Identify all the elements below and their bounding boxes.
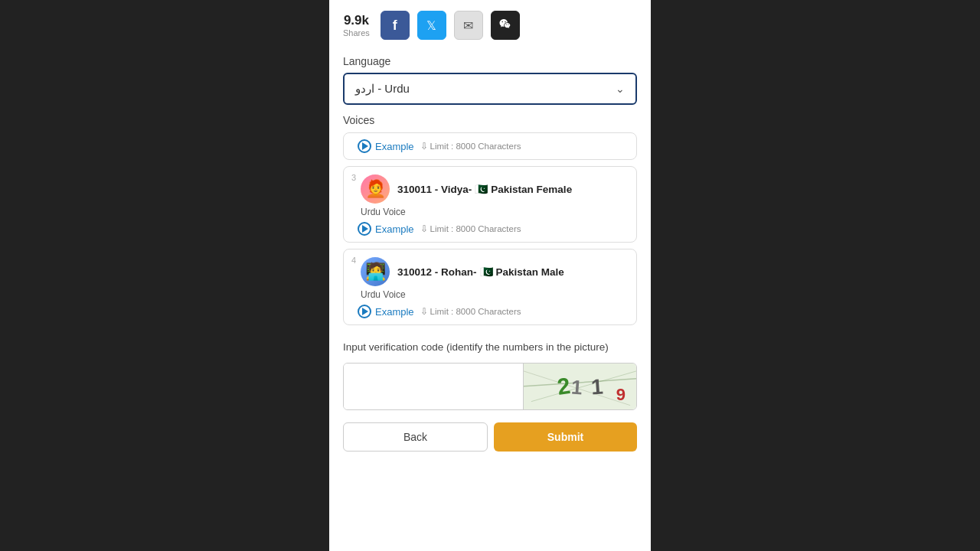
- voice-footer-partial: Example ⇩ Limit : 8000 Characters: [353, 139, 627, 153]
- wechat-share-button[interactable]: [491, 11, 520, 40]
- facebook-share-button[interactable]: f: [381, 11, 410, 40]
- facebook-icon: f: [393, 18, 397, 34]
- voice-id-vidya: 310011 - Vidya-: [397, 184, 472, 195]
- voice-name-vidya: 310011 - Vidya- 🇵🇰 Pakistan Female: [397, 183, 572, 195]
- voice-footer-rohan: Example ⇩ Limit : 8000 Characters: [353, 305, 627, 318]
- play-triangle-rohan: [362, 308, 368, 315]
- voice-country-vidya: Pakistan Female: [491, 184, 572, 195]
- email-icon: ✉: [463, 18, 473, 33]
- voice-header-vidya: 🧑‍🦰 310011 - Vidya- 🇵🇰 Pakistan Female: [353, 174, 627, 204]
- limit-badge-partial: ⇩ Limit : 8000 Characters: [420, 141, 521, 152]
- social-share-bar: 9.9k Shares f 𝕏 ✉: [329, 0, 651, 47]
- verification-input-row: 2 1 1 9: [343, 363, 637, 410]
- captcha-digit-9: 9: [616, 385, 626, 405]
- captcha-digit-1b: 1: [590, 374, 604, 399]
- shares-number: 9.9k: [344, 13, 369, 28]
- captcha-digit-2: 2: [555, 373, 571, 400]
- twitter-icon: 𝕏: [426, 18, 436, 33]
- verification-section: Input verification code (identify the nu…: [329, 331, 651, 416]
- submit-button[interactable]: Submit: [494, 422, 637, 452]
- captcha-image: 2 1 1 9: [523, 364, 636, 409]
- example-label-partial: Example: [375, 141, 414, 152]
- bottom-bar: Back Submit: [329, 416, 651, 458]
- limit-text-partial: Limit : 8000 Characters: [430, 142, 521, 151]
- voices-label: Voices: [343, 114, 637, 126]
- limit-text-rohan: Limit : 8000 Characters: [430, 307, 521, 316]
- limit-icon-rohan: ⇩: [420, 306, 428, 317]
- voice-card-rohan: 4 🧑‍💻 310012 - Rohan- 🇵🇰 Pakistan Male U…: [343, 249, 637, 325]
- example-label-rohan: Example: [375, 306, 414, 318]
- limit-icon-partial: ⇩: [420, 141, 428, 152]
- voice-card-number-4: 4: [351, 256, 356, 265]
- language-section: Language اردو - Urdu ⌄: [329, 47, 651, 109]
- twitter-share-button[interactable]: 𝕏: [417, 11, 446, 40]
- voice-card-number-3: 3: [351, 173, 356, 182]
- play-triangle-vidya: [362, 225, 368, 233]
- verification-text-input[interactable]: [344, 364, 523, 409]
- play-icon-vidya: [358, 222, 371, 236]
- voice-card-partial: Example ⇩ Limit : 8000 Characters: [343, 132, 637, 160]
- flag-pakistan-vidya: 🇵🇰: [475, 183, 488, 195]
- voice-card-vidya: 3 🧑‍🦰 310011 - Vidya- 🇵🇰 Pakistan Female…: [343, 166, 637, 243]
- captcha-digit-1a: 1: [570, 375, 583, 399]
- voices-list[interactable]: Example ⇩ Limit : 8000 Characters 3 🧑‍🦰: [343, 132, 637, 331]
- voices-section: Voices Example ⇩ Limit : 8000 Characters: [329, 109, 651, 331]
- play-icon-rohan: [358, 305, 371, 318]
- voice-name-rohan: 310012 - Rohan- 🇵🇰 Pakistan Male: [397, 266, 564, 278]
- limit-text-vidya: Limit : 8000 Characters: [430, 224, 521, 233]
- flag-pakistan-rohan: 🇵🇰: [480, 266, 493, 278]
- limit-badge-vidya: ⇩ Limit : 8000 Characters: [420, 223, 521, 234]
- voice-country-rohan: Pakistan Male: [496, 266, 564, 278]
- limit-badge-rohan: ⇩ Limit : 8000 Characters: [420, 306, 521, 317]
- example-button-vidya[interactable]: Example: [358, 222, 414, 236]
- limit-icon-vidya: ⇩: [420, 223, 428, 234]
- wechat-icon: [498, 17, 512, 34]
- language-selected-value: اردو - Urdu: [355, 82, 410, 96]
- back-button[interactable]: Back: [343, 422, 488, 452]
- example-label-vidya: Example: [375, 223, 414, 235]
- voice-footer-vidya: Example ⇩ Limit : 8000 Characters: [353, 222, 627, 236]
- voice-header-rohan: 🧑‍💻 310012 - Rohan- 🇵🇰 Pakistan Male: [353, 257, 627, 286]
- voice-subtitle-rohan: Urdu Voice: [353, 289, 627, 300]
- verification-label: Input verification code (identify the nu…: [343, 341, 637, 355]
- avatar-vidya: 🧑‍🦰: [361, 174, 390, 204]
- voice-subtitle-vidya: Urdu Voice: [353, 207, 627, 217]
- example-button-rohan[interactable]: Example: [358, 305, 414, 318]
- captcha-digit-space: [584, 376, 590, 399]
- avatar-rohan: 🧑‍💻: [361, 257, 390, 286]
- shares-label: Shares: [343, 28, 370, 37]
- play-icon-partial: [358, 139, 371, 153]
- shares-count: 9.9k Shares: [343, 13, 370, 37]
- email-share-button[interactable]: ✉: [454, 11, 483, 40]
- play-triangle-partial: [362, 142, 368, 150]
- language-dropdown[interactable]: اردو - Urdu ⌄: [343, 73, 637, 105]
- chevron-down-icon: ⌄: [616, 83, 625, 95]
- example-button-partial[interactable]: Example: [358, 139, 414, 153]
- voice-id-rohan: 310012 - Rohan-: [397, 266, 477, 278]
- language-label: Language: [343, 55, 637, 67]
